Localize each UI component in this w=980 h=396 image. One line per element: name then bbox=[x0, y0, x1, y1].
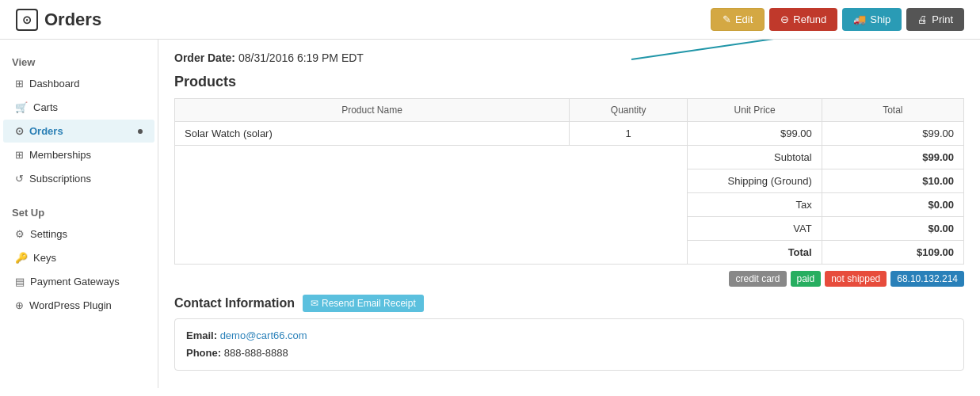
products-table: Product Name Quantity Unit Price Total S… bbox=[174, 98, 964, 265]
contact-phone-value: 888-888-8888 bbox=[224, 347, 288, 359]
ship-icon: 🚚 bbox=[853, 13, 866, 25]
order-header-area: Order Date: 08/31/2016 6:19 PM EDT 0FD80… bbox=[174, 51, 964, 64]
edit-button[interactable]: ✎ Edit bbox=[711, 8, 765, 31]
settings-icon: ⚙ bbox=[15, 228, 25, 240]
vat-label: VAT bbox=[688, 217, 822, 241]
total-cell: $99.00 bbox=[822, 122, 963, 146]
sidebar-item-memberships[interactable]: ⊞ Memberships bbox=[3, 143, 154, 166]
subtotal-label: Subtotal bbox=[688, 146, 822, 169]
quantity-cell: 1 bbox=[570, 122, 688, 146]
subscriptions-icon: ↺ bbox=[15, 173, 24, 185]
vat-row: VAT $0.00 bbox=[175, 217, 964, 241]
badge-paid: paid bbox=[791, 271, 822, 287]
product-name-cell: Solar Watch (solar) bbox=[175, 122, 570, 146]
resend-email-button[interactable]: ✉ Resend Email Receipt bbox=[303, 295, 424, 312]
contact-phone-line: Phone: 888-888-8888 bbox=[186, 345, 952, 362]
total-value: $109.00 bbox=[822, 241, 963, 265]
col-total: Total bbox=[822, 99, 963, 122]
envelope-icon: ✉ bbox=[311, 298, 318, 309]
table-row: Solar Watch (solar) 1 $99.00 $99.00 bbox=[175, 122, 964, 146]
shipping-value: $10.00 bbox=[822, 169, 963, 193]
memberships-icon: ⊞ bbox=[15, 149, 24, 161]
print-button[interactable]: 🖨 Print bbox=[906, 8, 964, 31]
badge-payment-method: credit card bbox=[729, 271, 786, 287]
edit-icon: ✎ bbox=[723, 13, 731, 25]
unit-price-cell: $99.00 bbox=[688, 122, 822, 146]
sidebar: View ⊞ Dashboard 🛒 Carts ⊙ Orders ⊞ Memb… bbox=[0, 40, 158, 388]
contact-header: Contact Information ✉ Resend Email Recei… bbox=[174, 295, 964, 312]
tax-row: Tax $0.00 bbox=[175, 193, 964, 217]
products-section: Products Product Name Quantity Unit Pric… bbox=[174, 74, 964, 287]
wordpress-icon: ⊕ bbox=[15, 299, 24, 311]
setup-section-label: Set Up bbox=[0, 202, 158, 222]
tax-label: Tax bbox=[688, 193, 822, 217]
refund-icon: ⊖ bbox=[780, 13, 789, 25]
active-dot bbox=[138, 129, 143, 134]
page-header: ⊙ Orders ✎ Edit ⊖ Refund 🚚 Ship 🖨 Print bbox=[0, 0, 980, 40]
print-icon: 🖨 bbox=[917, 13, 928, 25]
payment-gateways-icon: ▤ bbox=[15, 276, 25, 287]
badge-shipping-status: not shipped bbox=[825, 271, 887, 287]
orders-nav-icon: ⊙ bbox=[15, 125, 24, 137]
tax-value: $0.00 bbox=[822, 193, 963, 217]
view-section-label: View bbox=[0, 51, 158, 71]
content-area: Order Date: 08/31/2016 6:19 PM EDT 0FD80… bbox=[158, 40, 980, 388]
total-label: Total bbox=[688, 241, 822, 265]
cart-icon: 🛒 bbox=[15, 101, 28, 113]
sidebar-item-carts[interactable]: 🛒 Carts bbox=[3, 96, 154, 119]
sidebar-item-keys[interactable]: 🔑 Keys bbox=[3, 246, 154, 269]
contact-info-box: Email: demo@cart66.com Phone: 888-888-88… bbox=[174, 318, 964, 371]
sidebar-item-dashboard[interactable]: ⊞ Dashboard bbox=[3, 72, 154, 95]
contact-email-link[interactable]: demo@cart66.com bbox=[220, 329, 307, 341]
page-title: ⊙ Orders bbox=[16, 9, 101, 31]
main-layout: View ⊞ Dashboard 🛒 Carts ⊙ Orders ⊞ Memb… bbox=[0, 40, 980, 388]
subtotal-value: $99.00 bbox=[822, 146, 963, 169]
order-date: Order Date: 08/31/2016 6:19 PM EDT bbox=[174, 51, 964, 64]
orders-icon: ⊙ bbox=[16, 9, 38, 31]
contact-section: Contact Information ✉ Resend Email Recei… bbox=[174, 295, 964, 371]
col-product-name: Product Name bbox=[175, 99, 570, 122]
sidebar-item-payment-gateways[interactable]: ▤ Payment Gateways bbox=[3, 270, 154, 293]
subtotal-row: Subtotal $99.00 bbox=[175, 146, 964, 169]
sidebar-item-subscriptions[interactable]: ↺ Subscriptions bbox=[3, 167, 154, 190]
col-unit-price: Unit Price bbox=[688, 99, 822, 122]
contact-email-line: Email: demo@cart66.com bbox=[186, 327, 952, 345]
vat-value: $0.00 bbox=[822, 217, 963, 241]
title-text: Orders bbox=[44, 10, 101, 30]
products-title: Products bbox=[174, 74, 964, 90]
sidebar-item-settings[interactable]: ⚙ Settings bbox=[3, 223, 154, 246]
contact-title: Contact Information bbox=[174, 296, 295, 310]
order-badges: credit card paid not shipped 68.10.132.2… bbox=[174, 271, 964, 287]
ship-button[interactable]: 🚚 Ship bbox=[842, 8, 902, 31]
col-quantity: Quantity bbox=[570, 99, 688, 122]
refund-button[interactable]: ⊖ Refund bbox=[769, 8, 837, 31]
sidebar-item-wordpress-plugin[interactable]: ⊕ WordPress Plugin bbox=[3, 294, 154, 317]
badge-ip-address: 68.10.132.214 bbox=[890, 271, 964, 287]
sidebar-item-orders[interactable]: ⊙ Orders bbox=[3, 120, 154, 143]
total-row: Total $109.00 bbox=[175, 241, 964, 265]
header-buttons: ✎ Edit ⊖ Refund 🚚 Ship 🖨 Print bbox=[711, 8, 964, 31]
shipping-row: Shipping (Ground) $10.00 bbox=[175, 169, 964, 193]
shipping-label: Shipping (Ground) bbox=[688, 169, 822, 193]
keys-icon: 🔑 bbox=[15, 252, 28, 264]
dashboard-icon: ⊞ bbox=[15, 78, 24, 89]
